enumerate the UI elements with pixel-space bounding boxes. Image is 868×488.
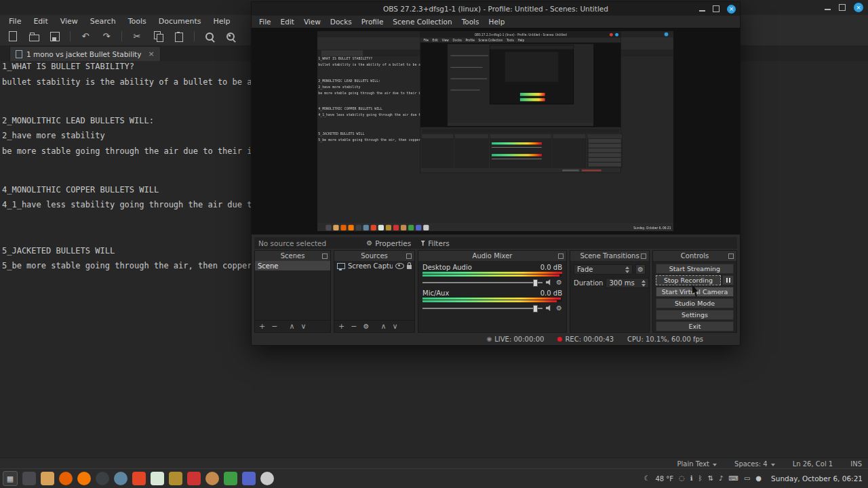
editor-menu-help[interactable]: Help <box>207 17 236 26</box>
taskbar-app-light[interactable] <box>260 472 274 485</box>
settings-button[interactable]: Settings <box>656 310 734 320</box>
find-button[interactable] <box>203 30 216 43</box>
source-up-button[interactable]: ∧ <box>380 322 386 331</box>
redo-button[interactable]: ↷ <box>100 30 113 43</box>
obs-menu-docks[interactable]: Docks <box>326 18 357 26</box>
undock-icon[interactable] <box>728 253 734 259</box>
source-properties-button[interactable]: ⚙ <box>363 323 369 330</box>
editor-menu-tools[interactable]: Tools <box>122 17 153 26</box>
scene-up-button[interactable]: ∧ <box>289 322 294 331</box>
visibility-eye-icon[interactable] <box>395 263 404 269</box>
studio-mode-button[interactable]: Studio Mode <box>656 298 734 308</box>
obs-minimize-button[interactable] <box>699 10 705 12</box>
slider-handle[interactable] <box>533 279 538 287</box>
obs-maximize-button[interactable] <box>713 5 719 12</box>
save-button[interactable] <box>49 30 61 43</box>
taskbar-app-blue[interactable] <box>242 472 256 485</box>
taskbar-app-spreadsheet[interactable] <box>224 472 237 485</box>
scene-list-item[interactable]: Scene <box>255 261 330 270</box>
remove-scene-button[interactable]: − <box>271 322 277 331</box>
tab-width-selector[interactable]: Spaces: 4 <box>734 460 775 468</box>
obs-menu-profile[interactable]: Profile <box>357 18 389 26</box>
taskbar-app-obs-studio[interactable] <box>96 472 109 485</box>
editor-menu-edit[interactable]: Edit <box>27 17 54 26</box>
editor-menu-view[interactable]: View <box>54 17 84 26</box>
filetype-selector[interactable]: Plain Text <box>677 460 717 468</box>
taskbar-app-pale-green[interactable] <box>151 472 164 485</box>
editor-menu-file[interactable]: File <box>3 17 27 26</box>
scenes-header[interactable]: Scenes <box>255 251 330 261</box>
editor-close-button[interactable]: × <box>854 3 863 12</box>
volume-slider[interactable] <box>422 304 542 312</box>
find-replace-button[interactable] <box>224 30 237 43</box>
sources-header[interactable]: Sources <box>334 251 414 261</box>
tray-icon-status[interactable]: ◌ <box>679 475 685 482</box>
add-scene-button[interactable]: + <box>259 322 265 331</box>
preview-capture[interactable]: 1_WHAT IS BULLET STABILITY? bullet stabi… <box>317 31 673 231</box>
remove-source-button[interactable]: − <box>351 322 357 331</box>
obs-menu-scene-collection[interactable]: Scene Collection <box>388 18 456 26</box>
slider-handle[interactable] <box>533 305 538 312</box>
undock-icon[interactable] <box>406 253 412 259</box>
mixer-header[interactable]: Audio Mixer <box>418 251 566 261</box>
transitions-header[interactable]: Scene Transitions <box>570 251 649 261</box>
volume-slider[interactable] <box>422 278 542 287</box>
obs-menu-edit[interactable]: Edit <box>276 18 299 26</box>
obs-titlebar[interactable]: OBS 27.2.3+dfsg1-1 (linux) - Profile: Un… <box>252 2 740 16</box>
weather-temperature[interactable]: 48 °F <box>655 475 673 483</box>
speaker-icon[interactable] <box>546 305 553 311</box>
spin-arrows-icon[interactable] <box>642 280 646 287</box>
source-down-button[interactable]: ∨ <box>392 322 397 331</box>
tray-icon-indicator[interactable]: ● <box>755 475 762 482</box>
stop-recording-button[interactable]: Stop Recording <box>656 275 721 285</box>
editor-maximize-button[interactable] <box>839 4 846 11</box>
tray-icon-keyboard[interactable]: ⌨ <box>728 475 738 482</box>
paste-button[interactable] <box>173 30 185 43</box>
editor-menu-search[interactable]: Search <box>84 17 122 26</box>
channel-settings-button[interactable]: ⚙ <box>556 279 562 286</box>
taskbar-app-firefox[interactable] <box>59 472 73 485</box>
controls-header[interactable]: Controls <box>653 251 736 261</box>
new-file-button[interactable] <box>7 30 19 43</box>
scene-down-button[interactable]: ∨ <box>301 322 307 331</box>
transition-select[interactable]: Fade <box>574 264 633 274</box>
obs-menu-file[interactable]: File <box>254 18 276 26</box>
taskbar-app-browser-orange[interactable] <box>77 472 91 485</box>
taskbar-app-terminal[interactable] <box>169 472 182 485</box>
transition-settings-button[interactable]: ⚙ <box>635 264 646 274</box>
tray-icon-info[interactable]: ℹ <box>690 475 693 482</box>
duration-spinbox[interactable]: 300 ms <box>606 278 649 288</box>
taskbar-app-messenger[interactable] <box>114 472 127 485</box>
pause-recording-button[interactable] <box>722 275 734 285</box>
clock[interactable]: Sunday, October 6, 06:21 <box>771 474 863 483</box>
taskbar-app-lion[interactable] <box>205 472 219 485</box>
obs-menu-view[interactable]: View <box>299 18 326 26</box>
obs-menu-help[interactable]: Help <box>484 18 510 26</box>
undo-button[interactable]: ↶ <box>79 30 92 43</box>
exit-button[interactable]: Exit <box>656 321 734 331</box>
editor-menu-documents[interactable]: Documents <box>153 17 208 26</box>
taskbar-app-screenshot-tool[interactable] <box>22 472 36 485</box>
taskbar-app-red[interactable] <box>187 472 201 485</box>
add-source-button[interactable]: + <box>338 322 344 331</box>
open-file-button[interactable] <box>28 30 40 43</box>
taskbar-app-media-player[interactable] <box>132 472 146 485</box>
speaker-icon[interactable] <box>546 279 553 285</box>
editor-tab[interactable]: 1 mono vs jacket Bullet Stability × <box>9 46 161 61</box>
taskbar-app-file-manager[interactable] <box>41 472 54 485</box>
tray-icon-network[interactable]: ⇅ <box>708 475 713 482</box>
undock-icon[interactable] <box>558 253 564 259</box>
properties-button[interactable]: ⚙ Properties <box>361 239 416 247</box>
copy-button[interactable] <box>152 30 164 43</box>
obs-menu-tools[interactable]: Tools <box>457 18 484 26</box>
channel-settings-button[interactable]: ⚙ <box>556 305 562 312</box>
obs-close-button[interactable]: × <box>727 5 736 14</box>
source-list-item[interactable]: Screen Capture (X <box>334 261 414 270</box>
tray-icon-battery[interactable]: ▭ <box>744 475 750 482</box>
start-streaming-button[interactable]: Start Streaming <box>656 264 734 274</box>
editor-minimize-button[interactable] <box>825 9 831 10</box>
undock-icon[interactable] <box>322 253 328 259</box>
cut-button[interactable]: ✂ <box>131 30 143 43</box>
tray-icon-volume[interactable]: ♪ <box>719 475 723 482</box>
lock-icon[interactable] <box>407 265 412 269</box>
